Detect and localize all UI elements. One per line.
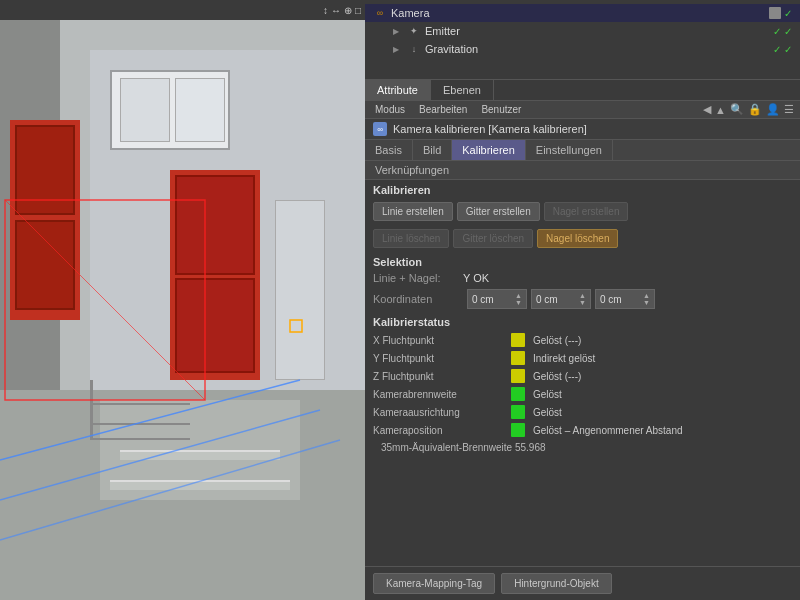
brennweite-value: 55.968 bbox=[515, 442, 546, 453]
vis-dot-1 bbox=[769, 7, 781, 19]
status-row-3: Kamerabrennweite Gelöst bbox=[373, 385, 792, 403]
sub-tabs: Basis Bild Kalibrieren Einstellungen bbox=[365, 140, 800, 161]
emitter-label: Emitter bbox=[425, 25, 460, 37]
kamera-visibility: ✓ bbox=[769, 7, 792, 19]
status-row-1: Y Fluchtpunkt Indirekt gelöst bbox=[373, 349, 792, 367]
attr-panel: Attribute Ebenen Modus Bearbeiten Benutz… bbox=[365, 80, 800, 600]
btn-gitter-erstellen[interactable]: Gitter erstellen bbox=[457, 202, 540, 221]
coord-z-field[interactable]: 0 cm ▲▼ bbox=[595, 289, 655, 309]
toolbar-arrow-left[interactable]: ◀ bbox=[703, 103, 711, 116]
btn-hintergrund-objekt[interactable]: Hintergrund-Objekt bbox=[501, 573, 611, 594]
toolbar-bearbeiten[interactable]: Bearbeiten bbox=[415, 103, 471, 116]
gravitation-icon: ↓ bbox=[407, 42, 421, 56]
kalibrieren-btn-row-1: Linie erstellen Gitter erstellen Nagel e… bbox=[365, 198, 800, 225]
bottom-buttons: Kamera-Mapping-Tag Hintergrund-Objekt bbox=[365, 566, 800, 600]
status-dot-4 bbox=[511, 405, 525, 419]
linie-nagel-label: Linie + Nagel: bbox=[373, 272, 463, 284]
status-text-3: Gelöst bbox=[533, 389, 562, 400]
status-dot-3 bbox=[511, 387, 525, 401]
obj-row-kamera[interactable]: ∞ Kamera ✓ bbox=[365, 4, 800, 22]
status-label-5: Kameraposition bbox=[373, 425, 503, 436]
coord-x-field[interactable]: 0 cm ▲▼ bbox=[467, 289, 527, 309]
obj-title-bar: ∞ Kamera kalibrieren [Kamera kalibrieren… bbox=[365, 119, 800, 140]
tab-bild[interactable]: Bild bbox=[413, 140, 452, 160]
tab-kalibrieren[interactable]: Kalibrieren bbox=[452, 140, 526, 160]
tab-attribute[interactable]: Attribute bbox=[365, 80, 431, 100]
btn-gitter-loeschen[interactable]: Gitter löschen bbox=[453, 229, 533, 248]
viewport-tool-2[interactable]: ↔ bbox=[331, 5, 341, 16]
emitter-visibility: ✓ ✓ bbox=[773, 26, 792, 37]
viewport-toolbar: ↕ ↔ ⊕ □ bbox=[0, 0, 365, 20]
coord-z-value: 0 cm bbox=[600, 294, 622, 305]
toolbar-menu-icon[interactable]: ☰ bbox=[784, 103, 794, 116]
status-label-4: Kameraausrichtung bbox=[373, 407, 503, 418]
status-dot-2 bbox=[511, 369, 525, 383]
btn-kamera-mapping-tag[interactable]: Kamera-Mapping-Tag bbox=[373, 573, 495, 594]
status-text-5: Gelöst – Angenommener Abstand bbox=[533, 425, 683, 436]
status-row-5: Kameraposition Gelöst – Angenommener Abs… bbox=[373, 421, 792, 439]
tab-einstellungen[interactable]: Einstellungen bbox=[526, 140, 613, 160]
linie-nagel-value: Y OK bbox=[463, 272, 489, 284]
viewport-tool-4[interactable]: □ bbox=[355, 5, 361, 16]
brennweite-label: 35mm-Äquivalent-Brennweite bbox=[381, 442, 512, 453]
brennweite-row: 35mm-Äquivalent-Brennweite 55.968 bbox=[373, 439, 792, 456]
toolbar-benutzer[interactable]: Benutzer bbox=[477, 103, 525, 116]
status-label-2: Z Fluchtpunkt bbox=[373, 371, 503, 382]
tab-basis[interactable]: Basis bbox=[365, 140, 413, 160]
status-row-4: Kameraausrichtung Gelöst bbox=[373, 403, 792, 421]
viewport-tool-3[interactable]: ⊕ bbox=[344, 5, 352, 16]
btn-linie-loeschen[interactable]: Linie löschen bbox=[373, 229, 449, 248]
extra-tabs: Verknüpfungen bbox=[365, 161, 800, 180]
viewport-tool-1[interactable]: ↕ bbox=[323, 5, 328, 16]
status-dot-1 bbox=[511, 351, 525, 365]
selektion-section-title: Selektion bbox=[365, 252, 800, 270]
status-text-2: Gelöst (---) bbox=[533, 371, 581, 382]
obj-row-gravitation[interactable]: ▶ ↓ Gravitation ✓ ✓ bbox=[365, 40, 800, 58]
kamera-label: Kamera bbox=[391, 7, 430, 19]
coord-y-value: 0 cm bbox=[536, 294, 558, 305]
toolbar-user-icon[interactable]: 👤 bbox=[766, 103, 780, 116]
status-row-0: X Fluchtpunkt Gelöst (---) bbox=[373, 331, 792, 349]
object-list: ∞ Kamera ✓ ▶ ✦ Emitter ✓ ✓ ▶ ↓ Gravitati… bbox=[365, 0, 800, 80]
emitter-expand-icon: ▶ bbox=[389, 24, 403, 38]
vis-check-3: ✓ bbox=[784, 26, 792, 37]
obj-title-text: Kamera kalibrieren [Kamera kalibrieren] bbox=[393, 123, 587, 135]
linie-nagel-row: Linie + Nagel: Y OK bbox=[365, 270, 800, 286]
status-label-0: X Fluchtpunkt bbox=[373, 335, 503, 346]
status-dot-0 bbox=[511, 333, 525, 347]
koordinaten-row: Koordinaten 0 cm ▲▼ 0 cm ▲▼ 0 cm ▲▼ bbox=[365, 286, 800, 312]
obj-row-emitter[interactable]: ▶ ✦ Emitter ✓ ✓ bbox=[365, 22, 800, 40]
status-label-3: Kamerabrennweite bbox=[373, 389, 503, 400]
obj-title-icon: ∞ bbox=[373, 122, 387, 136]
emitter-icon: ✦ bbox=[407, 24, 421, 38]
status-text-4: Gelöst bbox=[533, 407, 562, 418]
toolbar-search-icon[interactable]: 🔍 bbox=[730, 103, 744, 116]
btn-nagel-erstellen[interactable]: Nagel erstellen bbox=[544, 202, 629, 221]
status-row-2: Z Fluchtpunkt Gelöst (---) bbox=[373, 367, 792, 385]
status-label-1: Y Fluchtpunkt bbox=[373, 353, 503, 364]
gravitation-expand-icon: ▶ bbox=[389, 42, 403, 56]
vis-check-1: ✓ bbox=[784, 8, 792, 19]
btn-linie-erstellen[interactable]: Linie erstellen bbox=[373, 202, 453, 221]
main-tabs: Attribute Ebenen bbox=[365, 80, 800, 101]
vis-check-2: ✓ bbox=[773, 26, 781, 37]
status-text-0: Gelöst (---) bbox=[533, 335, 581, 346]
kalibrieren-btn-row-2: Linie löschen Gitter löschen Nagel lösch… bbox=[365, 225, 800, 252]
viewport: ↕ ↔ ⊕ □ bbox=[0, 0, 365, 600]
kalibrierstatus-section: Kalibrierstatus X Fluchtpunkt Gelöst (--… bbox=[365, 312, 800, 458]
toolbar-lock-icon[interactable]: 🔒 bbox=[748, 103, 762, 116]
toolbar-arrow-icon[interactable]: ▲ bbox=[715, 104, 726, 116]
tab-verknuepfungen[interactable]: Verknüpfungen bbox=[365, 161, 459, 179]
btn-nagel-loeschen[interactable]: Nagel löschen bbox=[537, 229, 618, 248]
tab-ebenen[interactable]: Ebenen bbox=[431, 80, 494, 100]
vis-check-4: ✓ bbox=[773, 44, 781, 55]
status-dot-5 bbox=[511, 423, 525, 437]
toolbar-row: Modus Bearbeiten Benutzer ◀ ▲ 🔍 🔒 👤 ☰ bbox=[365, 101, 800, 119]
content-area: Kalibrieren Linie erstellen Gitter erste… bbox=[365, 180, 800, 566]
kalibrieren-section-title: Kalibrieren bbox=[365, 180, 800, 198]
vis-check-5: ✓ bbox=[784, 44, 792, 55]
kalibrierstatus-title: Kalibrierstatus bbox=[373, 316, 792, 328]
coord-y-field[interactable]: 0 cm ▲▼ bbox=[531, 289, 591, 309]
right-panel: ∞ Kamera ✓ ▶ ✦ Emitter ✓ ✓ ▶ ↓ Gravitati… bbox=[365, 0, 800, 600]
toolbar-modus[interactable]: Modus bbox=[371, 103, 409, 116]
